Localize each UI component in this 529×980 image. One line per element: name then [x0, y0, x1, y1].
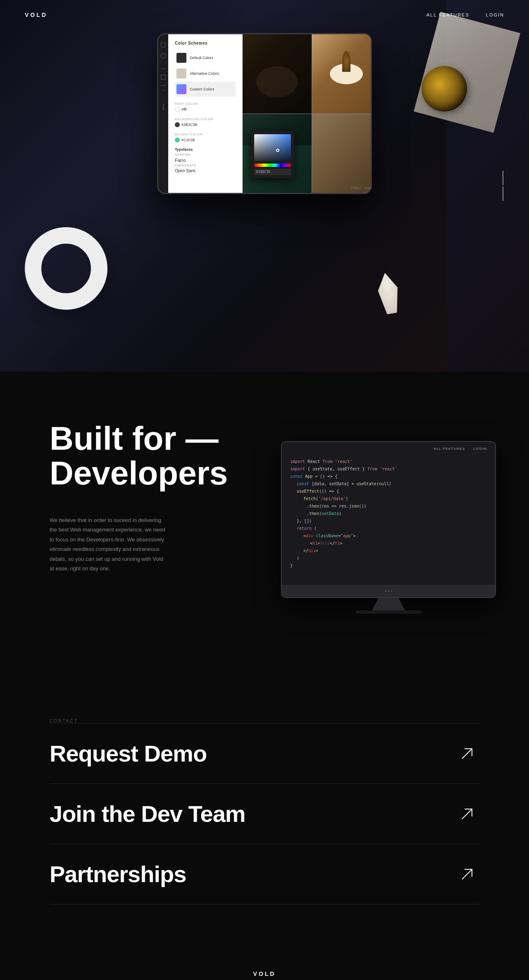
nav-login[interactable]: LOGIN — [486, 12, 504, 17]
arrow-icon-3 — [459, 866, 475, 883]
content-cell-1 — [243, 34, 312, 114]
developers-heading: Built for — Developers — [50, 421, 256, 491]
section-heading-block: Built for — Developers — [50, 421, 256, 491]
monitor-stand — [372, 598, 405, 610]
svg-line-2 — [462, 869, 472, 879]
color-picker-cursor — [276, 149, 279, 152]
section-contact: CONTACT Request Demo Join the Dev Team — [0, 702, 529, 937]
cta-join-dev-team-arrow — [455, 802, 479, 826]
cta-join-dev-team-title: Join the Dev Team — [50, 800, 245, 827]
deco-ring — [422, 66, 467, 112]
table-decoration — [330, 64, 363, 84]
monitor-nav: ALL FEATURES LOGIN — [434, 447, 487, 451]
monitor-base — [355, 610, 422, 614]
content-cell-2 — [312, 34, 372, 114]
svg-line-1 — [462, 809, 472, 819]
site-footer: VOLD © 2020 Vold. All Rights Reserved. T… — [0, 937, 529, 980]
nav-all-features[interactable]: ALL FEATURES — [427, 12, 469, 17]
tablet-sidebar: Color Schemes Default Colors Alternative… — [168, 34, 243, 193]
cta-partnerships[interactable]: Partnerships — [50, 844, 479, 904]
code-display: import React from 'react' import { useSt… — [282, 442, 495, 585]
arrow-icon-2 — [459, 806, 475, 822]
developers-description: We believe that in order to suceed in de… — [50, 515, 165, 573]
deco-divider-lines — [503, 171, 503, 201]
svg-line-0 — [462, 749, 472, 759]
hue-slider — [254, 164, 291, 167]
cta-join-dev-team[interactable]: Join the Dev Team — [50, 783, 479, 844]
tablet-content-area: #380C30 PREV NEXT — [243, 34, 372, 193]
typefaces-section: Typefaces HEADING Farro PARAGRAPH Open S… — [175, 147, 236, 173]
color-picker-panel: #380C30 — [251, 131, 294, 178]
monitor-bar — [282, 585, 495, 597]
tablet-screen: Color Schemes Default Colors Alternative… — [168, 34, 372, 193]
cta-request-demo-arrow — [455, 741, 479, 766]
scheme-default[interactable]: Default Colors — [175, 50, 236, 65]
hero-section: VOLD ALL FEATURES LOGIN — [0, 0, 529, 372]
cta-partnerships-title: Partnerships — [50, 861, 186, 887]
cta-partnerships-arrow — [455, 862, 479, 887]
tablet-mockup: Color Schemes Default Colors Alternative… — [149, 33, 380, 206]
accent-color-section: ACCENT COLOR #C1F2B — [175, 133, 236, 142]
arrow-icon — [459, 745, 475, 762]
monitor-frame: ALL FEATURES LOGIN import React from 're… — [281, 441, 496, 598]
content-cell-4 — [312, 114, 372, 193]
hex-input[interactable]: #380C30 — [254, 169, 291, 175]
tablet-nav-arrows: PREV NEXT — [351, 187, 372, 190]
site-header: VOLD ALL FEATURES LOGIN — [0, 0, 529, 30]
bg-color-section: BACKGROUND COLOR #3B3C3B — [175, 118, 236, 127]
nav-next: NEXT — [365, 187, 372, 190]
footer-logo: VOLD — [0, 971, 529, 977]
main-nav: ALL FEATURES LOGIN — [427, 12, 504, 17]
developers-content: We believe that in order to suceed in de… — [50, 515, 479, 573]
color-picker-gradient — [254, 134, 291, 161]
monitor-screen: ALL FEATURES LOGIN import React from 're… — [282, 442, 495, 585]
deco-white-torus — [25, 227, 107, 310]
developers-description-block: We believe that in order to suceed in de… — [50, 515, 165, 573]
monitor-nav-login[interactable]: LOGIN — [474, 447, 487, 451]
monitor-nav-features[interactable]: ALL FEATURES — [434, 447, 465, 451]
monitor-mockup-wrapper: ALL FEATURES LOGIN import React from 're… — [281, 441, 496, 614]
cta-request-demo-title: Request Demo — [50, 740, 207, 767]
tablet-frame: Color Schemes Default Colors Alternative… — [157, 33, 372, 194]
nav-prev: PREV — [351, 187, 361, 190]
cta-request-demo[interactable]: Request Demo — [50, 723, 479, 783]
scheme-custom[interactable]: Custom Colors — [175, 82, 236, 97]
tablet-left-strip — [158, 34, 168, 193]
section-developers: Built for — Developers We believe that i… — [0, 372, 529, 702]
site-logo: VOLD — [25, 12, 48, 18]
color-schemes-title: Color Schemes — [175, 41, 236, 45]
tablet-three-dots — [163, 104, 164, 110]
font-color-section: FONT COLOR #fff — [175, 102, 236, 112]
scheme-alternative[interactable]: Alternative Colors — [175, 66, 236, 81]
contact-label: CONTACT — [50, 702, 479, 723]
